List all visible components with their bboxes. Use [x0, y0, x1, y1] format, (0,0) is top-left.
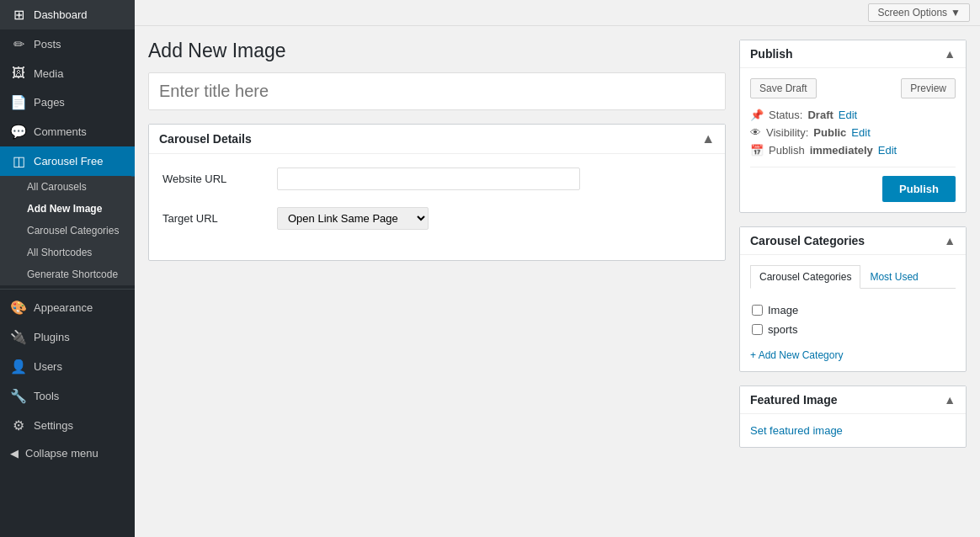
publish-top-actions: Save Draft Preview [750, 78, 956, 98]
carousel-categories-title: Carousel Categories [750, 234, 865, 247]
sidebar-item-label: Tools [34, 390, 59, 402]
calendar-icon: 📅 [750, 144, 764, 157]
website-url-row: Website URL [162, 167, 711, 190]
website-url-input[interactable] [277, 167, 580, 190]
settings-icon: ⚙ [10, 417, 27, 433]
status-value: Draft [807, 109, 833, 121]
publish-box-toggle[interactable]: ▲ [944, 47, 956, 61]
sidebar-item-appearance[interactable]: 🎨 Appearance [0, 293, 135, 322]
add-new-category-link[interactable]: + Add New Category [750, 349, 956, 361]
sidebar-item-posts[interactable]: ✏ Posts [0, 29, 135, 59]
sidebar-item-pages[interactable]: 📄 Pages [0, 88, 135, 117]
carousel-categories-body: Carousel Categories Most Used Image spor… [740, 255, 966, 371]
set-featured-image-link[interactable]: Set featured image [750, 424, 843, 437]
submenu-add-new-image[interactable]: Add New Image [0, 198, 135, 220]
collapse-icon: ◀ [10, 447, 19, 460]
media-icon: 🖼 [10, 66, 27, 81]
sidebar: ⊞ Dashboard ✏ Posts 🖼 Media 📄 Pages 💬 Co… [0, 0, 135, 537]
status-edit-link[interactable]: Edit [839, 109, 857, 121]
visibility-icon: 👁 [750, 126, 761, 139]
sidebar-item-users[interactable]: 👤 Users [0, 352, 135, 381]
users-icon: 👤 [10, 359, 27, 375]
sidebar-item-label: Settings [34, 419, 73, 432]
publish-bottom-actions: Publish [750, 167, 956, 202]
main-column: Add New Image Carousel Details ▲ Website… [148, 40, 726, 524]
category-checkbox-image[interactable] [752, 305, 763, 316]
sidebar-item-label: Pages [34, 96, 65, 109]
page-title: Add New Image [148, 40, 726, 62]
right-column: Publish ▲ Save Draft Preview 📌 Status: D… [739, 40, 967, 524]
sidebar-item-label: Media [34, 67, 63, 80]
sidebar-item-dashboard[interactable]: ⊞ Dashboard [0, 0, 135, 29]
sidebar-item-label: Carousel Free [34, 155, 103, 167]
target-url-label: Target URL [162, 212, 264, 225]
publish-time-label: Publish [769, 144, 805, 157]
save-draft-button[interactable]: Save Draft [750, 78, 817, 98]
carousel-submenu: All Carousels Add New Image Carousel Cat… [0, 176, 135, 285]
category-tabs: Carousel Categories Most Used [750, 265, 956, 289]
plugins-icon: 🔌 [10, 329, 27, 345]
featured-image-body: Set featured image [740, 414, 966, 447]
publish-status-row: 📌 Status: Draft Edit [750, 109, 956, 121]
sidebar-item-media[interactable]: 🖼 Media [0, 59, 135, 88]
publish-button[interactable]: Publish [882, 176, 956, 202]
tab-most-used[interactable]: Most Used [860, 265, 927, 288]
category-label-sports: sports [768, 323, 797, 336]
tab-all-categories[interactable]: Carousel Categories [750, 265, 860, 289]
featured-image-title: Featured Image [750, 393, 837, 407]
sidebar-item-comments[interactable]: 💬 Comments [0, 117, 135, 146]
carousel-details-box: Carousel Details ▲ Website URL Target UR… [148, 124, 726, 261]
sidebar-item-label: Plugins [34, 331, 70, 343]
featured-image-toggle[interactable]: ▲ [944, 393, 956, 407]
publish-box-header: Publish ▲ [740, 40, 966, 68]
category-item-image: Image [750, 300, 956, 320]
topbar: Screen Options ▼ [135, 0, 980, 26]
target-url-select[interactable]: Open Link Same Page Open Link New Page [277, 207, 429, 230]
visibility-value: Public [813, 126, 846, 139]
submenu-carousel-categories[interactable]: Carousel Categories [0, 220, 135, 242]
publish-time-edit-link[interactable]: Edit [878, 144, 897, 157]
screen-options-button[interactable]: Screen Options ▼ [868, 3, 970, 22]
category-list: Image sports [750, 297, 956, 343]
carousel-categories-toggle[interactable]: ▲ [944, 234, 956, 247]
submenu-all-shortcodes[interactable]: All Shortcodes [0, 242, 135, 263]
sidebar-item-tools[interactable]: 🔧 Tools [0, 381, 135, 411]
collapse-menu-button[interactable]: ◀ Collapse menu [0, 440, 135, 466]
publish-box: Publish ▲ Save Draft Preview 📌 Status: D… [739, 40, 967, 213]
website-url-label: Website URL [162, 173, 264, 185]
preview-button[interactable]: Preview [901, 78, 956, 98]
screen-options-label: Screen Options [877, 7, 947, 19]
title-input[interactable] [148, 72, 726, 110]
sidebar-item-label: Appearance [34, 301, 93, 314]
pages-icon: 📄 [10, 94, 27, 110]
dashboard-icon: ⊞ [10, 7, 27, 23]
sidebar-item-label: Comments [34, 125, 87, 138]
sidebar-item-carousel-free[interactable]: ◫ Carousel Free [0, 146, 135, 176]
status-label: Status: [769, 109, 802, 121]
appearance-icon: 🎨 [10, 300, 27, 316]
target-url-row: Target URL Open Link Same Page Open Link… [162, 207, 711, 230]
featured-image-header: Featured Image ▲ [740, 386, 966, 414]
collapse-menu-label: Collapse menu [25, 447, 99, 460]
submenu-generate-shortcode[interactable]: Generate Shortcode [0, 263, 135, 285]
submenu-all-carousels[interactable]: All Carousels [0, 176, 135, 198]
sidebar-item-label: Posts [34, 38, 61, 51]
carousel-details-toggle[interactable]: ▲ [701, 131, 715, 146]
carousel-icon: ◫ [10, 153, 27, 169]
posts-icon: ✏ [10, 36, 27, 52]
sidebar-item-settings[interactable]: ⚙ Settings [0, 411, 135, 440]
publish-time-row: 📅 Publish immediately Edit [750, 144, 956, 157]
tools-icon: 🔧 [10, 388, 27, 404]
publish-time-value: immediately [810, 144, 873, 157]
category-item-sports: sports [750, 320, 956, 339]
category-checkbox-sports[interactable] [752, 324, 763, 335]
category-label-image: Image [768, 304, 798, 316]
chevron-down-icon: ▼ [951, 7, 961, 19]
main-area: Screen Options ▼ Add New Image Carousel … [135, 0, 980, 537]
sidebar-item-plugins[interactable]: 🔌 Plugins [0, 322, 135, 352]
publish-box-body: Save Draft Preview 📌 Status: Draft Edit … [740, 68, 966, 212]
carousel-categories-box: Carousel Categories ▲ Carousel Categorie… [739, 226, 967, 372]
visibility-edit-link[interactable]: Edit [851, 126, 870, 139]
comments-icon: 💬 [10, 124, 27, 140]
content-area: Add New Image Carousel Details ▲ Website… [135, 26, 980, 537]
